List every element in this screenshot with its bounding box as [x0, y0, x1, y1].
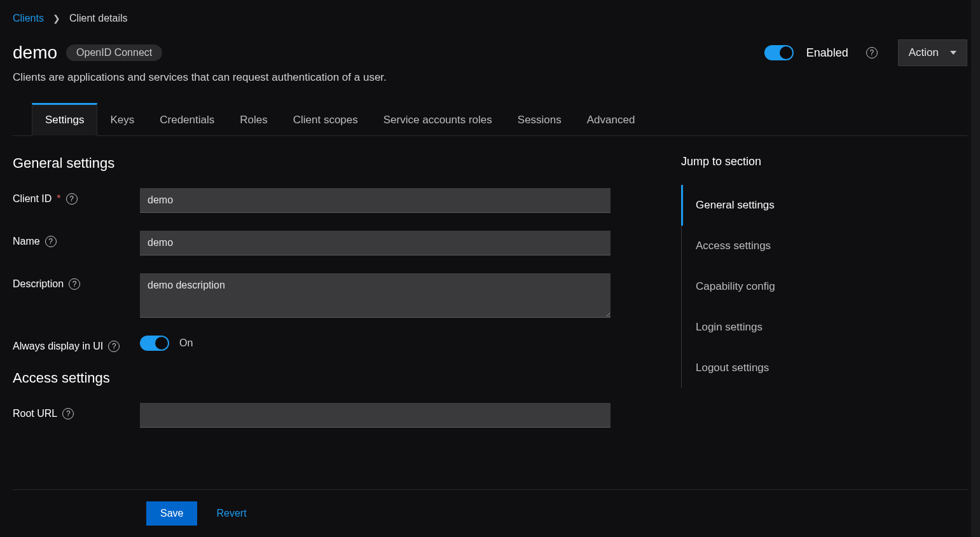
- help-icon[interactable]: ?: [69, 278, 80, 290]
- jump-nav-title: Jump to section: [681, 155, 967, 168]
- tab-roles[interactable]: Roles: [227, 103, 280, 135]
- description-label-text: Description: [13, 278, 64, 290]
- breadcrumb-clients-link[interactable]: Clients: [13, 13, 44, 24]
- name-label: Name ?: [13, 231, 140, 247]
- footer: Save Revert: [13, 489, 967, 537]
- name-input[interactable]: [140, 231, 611, 255]
- tab-client-scopes[interactable]: Client scopes: [280, 103, 371, 135]
- help-icon[interactable]: ?: [866, 47, 878, 58]
- action-dropdown-label: Action: [909, 46, 939, 59]
- save-button[interactable]: Save: [146, 501, 197, 526]
- client-id-label-text: Client ID: [13, 193, 52, 205]
- revert-button[interactable]: Revert: [216, 508, 246, 519]
- chevron-right-icon: ❯: [53, 13, 60, 24]
- name-label-text: Name: [13, 236, 40, 247]
- client-id-label: Client ID * ?: [13, 188, 140, 205]
- enabled-toggle-label: Enabled: [806, 46, 848, 60]
- action-dropdown[interactable]: Action: [898, 39, 967, 66]
- page-header: demo OpenID Connect Enabled ? Action: [13, 39, 967, 66]
- always-display-value: On: [179, 337, 193, 349]
- section-access-title: Access settings: [13, 370, 637, 386]
- scrollbar[interactable]: [971, 0, 980, 537]
- protocol-badge: OpenID Connect: [66, 44, 162, 61]
- jump-item-general-settings[interactable]: General settings: [681, 185, 967, 226]
- chevron-down-icon: [950, 51, 956, 55]
- always-display-toggle[interactable]: [140, 336, 169, 351]
- help-icon[interactable]: ?: [108, 341, 120, 352]
- section-general-title: General settings: [13, 155, 637, 172]
- breadcrumb: Clients ❯ Client details: [13, 13, 967, 24]
- help-icon[interactable]: ?: [62, 408, 74, 419]
- form-area: General settings Client ID * ? Name ? D: [13, 136, 662, 489]
- enabled-toggle[interactable]: [764, 45, 794, 60]
- root-url-input[interactable]: [140, 403, 611, 428]
- jump-item-logout-settings[interactable]: Logout settings: [681, 348, 967, 388]
- description-input[interactable]: [140, 273, 611, 318]
- tab-advanced[interactable]: Advanced: [574, 103, 648, 135]
- jump-item-login-settings[interactable]: Login settings: [681, 307, 967, 348]
- tabs: Settings Keys Credentials Roles Client s…: [13, 103, 967, 136]
- client-id-input[interactable]: [140, 188, 611, 213]
- tab-credentials[interactable]: Credentials: [147, 103, 227, 135]
- tab-keys[interactable]: Keys: [97, 103, 147, 135]
- help-icon[interactable]: ?: [66, 193, 78, 205]
- root-url-label-text: Root URL: [13, 408, 57, 419]
- tab-sessions[interactable]: Sessions: [505, 103, 574, 135]
- help-icon[interactable]: ?: [45, 236, 57, 247]
- tab-service-accounts-roles[interactable]: Service accounts roles: [371, 103, 505, 135]
- jump-item-capability-config[interactable]: Capability config: [681, 266, 967, 307]
- always-display-label: Always display in UI ?: [13, 336, 140, 352]
- jump-item-access-settings[interactable]: Access settings: [681, 226, 967, 266]
- always-display-label-text: Always display in UI: [13, 341, 103, 352]
- description-label: Description ?: [13, 273, 140, 290]
- jump-nav: Jump to section General settings Access …: [662, 136, 967, 489]
- required-indicator: *: [57, 193, 60, 205]
- tab-settings[interactable]: Settings: [32, 103, 97, 136]
- page-title: demo: [13, 43, 57, 63]
- page-subtitle: Clients are applications and services th…: [13, 71, 967, 84]
- breadcrumb-current: Client details: [69, 13, 128, 24]
- root-url-label: Root URL ?: [13, 403, 140, 419]
